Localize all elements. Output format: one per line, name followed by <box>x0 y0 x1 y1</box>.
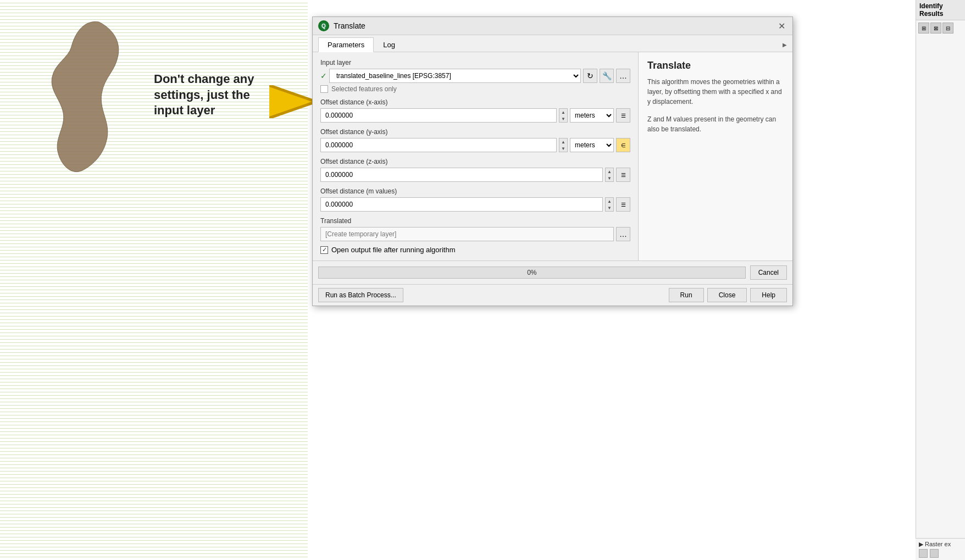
progress-text: 0% <box>527 269 536 276</box>
help-text-2: Z and M values present in the geometry c… <box>647 114 784 134</box>
offset-m-spinner-up[interactable]: ▲ <box>606 198 613 204</box>
offset-z-spinner[interactable]: ▲ ▼ <box>605 168 614 182</box>
translated-label: Translated <box>320 217 630 225</box>
raster-icon-2[interactable] <box>930 549 939 558</box>
input-layer-row: ✓ translated_baseline_lines [EPSG:3857] … <box>320 69 630 83</box>
offset-m-spinner-down[interactable]: ▼ <box>606 204 613 211</box>
offset-z-spinner-up[interactable]: ▲ <box>606 168 613 175</box>
cancel-button[interactable]: Cancel <box>750 265 787 280</box>
offset-x-input[interactable] <box>320 108 557 123</box>
offset-m-row: ▲ ▼ ☰ <box>320 197 630 212</box>
translate-dialog: Q Translate ✕ Parameters Log ▶ Input lay… <box>312 16 793 306</box>
landmass-shape <box>33 16 143 183</box>
close-button[interactable]: Close <box>707 288 747 302</box>
offset-x-list-icon[interactable]: ☰ <box>616 108 630 123</box>
parameters-panel: Input layer ✓ translated_baseline_lines … <box>313 52 639 260</box>
identify-icon-1[interactable]: ⊞ <box>918 23 929 34</box>
output-browse-icon[interactable]: … <box>616 227 630 241</box>
open-output-label: Open output file after running algorithm <box>331 246 455 254</box>
run-button[interactable]: Run <box>669 288 704 302</box>
layer-refresh-icon[interactable]: ↻ <box>583 69 597 83</box>
raster-icons <box>919 549 962 558</box>
annotation-text: Don't change any settings, just the inpu… <box>154 71 254 119</box>
help-button[interactable]: Help <box>750 288 787 302</box>
spinner-down-icon[interactable]: ▼ <box>559 115 567 122</box>
offset-m-label: Offset distance (m values) <box>320 187 630 195</box>
qgis-logo-icon: Q <box>318 20 329 31</box>
open-output-row: ✓ Open output file after running algorit… <box>320 246 630 254</box>
raster-panel: ▶ Raster ex <box>916 538 965 560</box>
offset-x-unit-select[interactable]: meters <box>570 108 614 123</box>
offset-z-list-icon[interactable]: ☰ <box>616 168 630 182</box>
progress-area: 0% Cancel <box>313 260 792 284</box>
offset-y-spinner[interactable]: ▲ ▼ <box>559 138 568 152</box>
selected-features-row: Selected features only <box>320 85 630 93</box>
raster-label: ▶ Raster ex <box>919 541 962 548</box>
tab-bar: Parameters Log ▶ <box>313 35 792 52</box>
identify-results-panel: Identify Results ⊞ ⊠ ⊟ <box>916 0 965 560</box>
offset-z-input[interactable] <box>320 168 603 182</box>
help-title: Translate <box>647 60 784 71</box>
offset-x-row: ▲ ▼ meters ☰ <box>320 108 630 123</box>
identify-icon-2[interactable]: ⊠ <box>930 23 941 34</box>
identify-icon-3[interactable]: ⊟ <box>942 23 953 34</box>
offset-m-input[interactable] <box>320 197 603 212</box>
offset-z-label: Offset distance (z-axis) <box>320 158 630 165</box>
offset-y-spinner-up[interactable]: ▲ <box>559 138 567 145</box>
offset-z-spinner-down[interactable]: ▼ <box>606 175 613 181</box>
dialog-titlebar: Q Translate ✕ <box>313 17 792 35</box>
dialog-body: Input layer ✓ translated_baseline_lines … <box>313 52 792 260</box>
offset-y-label: Offset distance (y-axis) <box>320 128 630 136</box>
identify-results-title: Identify Results <box>916 0 965 20</box>
dialog-close-button[interactable]: ✕ <box>776 20 787 31</box>
offset-m-list-icon[interactable]: ☰ <box>616 197 630 212</box>
offset-y-unit-select[interactable]: meters <box>570 138 614 152</box>
offset-y-row: ▲ ▼ meters ∈ <box>320 138 630 152</box>
tab-expand-icon[interactable]: ▶ <box>783 37 787 52</box>
dialog-title: Translate <box>334 21 365 30</box>
titlebar-left: Q Translate <box>318 20 365 31</box>
layer-tool-icon[interactable]: 🔧 <box>600 69 614 83</box>
help-panel: Translate This algorithm moves the geome… <box>639 52 792 260</box>
selected-features-label: Selected features only <box>331 85 397 93</box>
spinner-up-icon[interactable]: ▲ <box>559 109 567 115</box>
raster-icon-1[interactable] <box>919 549 928 558</box>
offset-y-data-icon[interactable]: ∈ <box>616 138 630 152</box>
layer-dots-icon[interactable]: … <box>616 69 630 83</box>
offset-x-spinner[interactable]: ▲ ▼ <box>559 108 568 123</box>
batch-process-button[interactable]: Run as Batch Process... <box>318 288 403 302</box>
offset-y-spinner-down[interactable]: ▼ <box>559 145 567 152</box>
input-layer-select[interactable]: translated_baseline_lines [EPSG:3857] <box>329 69 581 83</box>
help-text-1: This algorithm moves the geometries with… <box>647 77 784 107</box>
bottom-buttons: Run as Batch Process... Run Close Help <box>313 284 792 306</box>
identify-panel-toolbar: ⊞ ⊠ ⊟ <box>916 20 965 36</box>
tab-parameters[interactable]: Parameters <box>318 37 374 52</box>
input-layer-check-icon: ✓ <box>320 71 327 80</box>
offset-m-spinner[interactable]: ▲ ▼ <box>605 197 614 212</box>
offset-z-row: ▲ ▼ ☰ <box>320 168 630 182</box>
offset-x-label: Offset distance (x-axis) <box>320 98 630 106</box>
open-output-checkbox[interactable]: ✓ <box>320 246 328 254</box>
offset-y-input[interactable] <box>320 138 557 152</box>
progress-bar: 0% <box>318 267 746 279</box>
selected-features-checkbox[interactable] <box>320 85 328 93</box>
tab-log[interactable]: Log <box>374 37 404 52</box>
output-row: … <box>320 227 630 241</box>
output-path-input[interactable] <box>320 227 614 241</box>
input-layer-label: Input layer <box>320 59 630 66</box>
